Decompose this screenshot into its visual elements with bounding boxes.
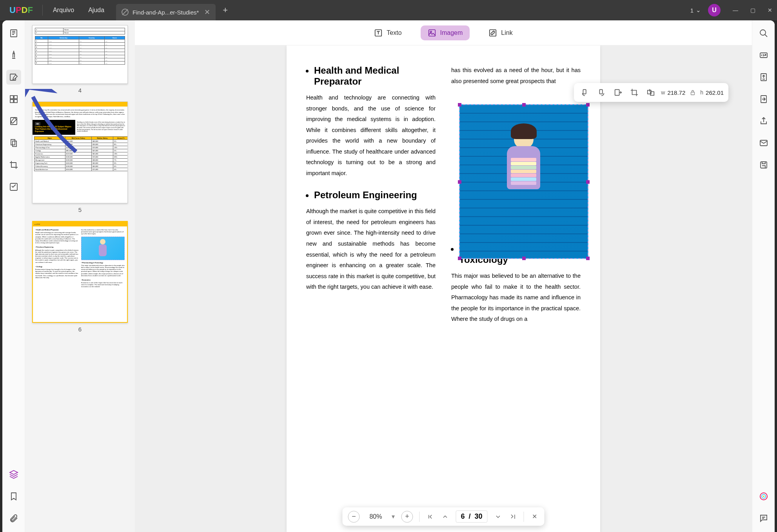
thumbnail-page-4[interactable]: 1Name2Name NoUniversityCountryScore 1___… xyxy=(32,25,128,94)
resize-handle-tm[interactable] xyxy=(522,103,526,107)
save-icon[interactable] xyxy=(756,157,771,172)
first-page-button[interactable] xyxy=(426,512,434,521)
window-count[interactable]: 1 ⌄ xyxy=(690,7,701,14)
page-content: Health and Medical Preparator Health and… xyxy=(287,45,600,532)
next-page-button[interactable] xyxy=(494,512,503,521)
svg-rect-8 xyxy=(13,141,16,147)
left-sidebar xyxy=(2,20,25,532)
tab-close-icon[interactable]: ✕ xyxy=(204,8,210,16)
chevron-down-icon: ⌄ xyxy=(696,7,701,14)
rotate-left-icon[interactable] xyxy=(579,86,591,99)
titlebar: UPDF Arquivo Ajuda Find-and-Ap...er-Stud… xyxy=(0,0,777,20)
svg-rect-2 xyxy=(10,96,13,99)
annotate-icon[interactable] xyxy=(6,48,21,63)
resize-handle-ml[interactable] xyxy=(458,180,461,184)
replace-image-icon[interactable] xyxy=(644,86,657,99)
close-toolbar-icon[interactable]: ✕ xyxy=(530,512,539,521)
layers-icon[interactable] xyxy=(6,467,21,482)
heading-petroleum: Petroleum Engineering xyxy=(314,190,436,201)
close-button[interactable]: ✕ xyxy=(766,6,774,14)
comment-icon[interactable] xyxy=(756,511,771,526)
svg-rect-5 xyxy=(14,100,17,103)
zoom-out-button[interactable]: − xyxy=(348,511,359,523)
tool-link-button[interactable]: Link xyxy=(481,25,519,40)
para-col2-intro: has this evolved as a need of the hour, … xyxy=(451,65,581,87)
thumbnail-page-6[interactable]: ● UPDF • Health and Medical Preparator H… xyxy=(32,221,128,333)
search-icon[interactable] xyxy=(756,26,771,41)
selected-image[interactable] xyxy=(459,104,588,259)
height-field[interactable]: h 262.01 xyxy=(700,89,724,96)
edit-toolbar: Texto Imagem Link xyxy=(135,20,752,45)
resize-handle-tr[interactable] xyxy=(586,103,590,107)
resize-handle-br[interactable] xyxy=(586,257,590,260)
svg-rect-13 xyxy=(490,29,496,36)
resize-handle-bm[interactable] xyxy=(522,257,526,260)
svg-rect-14 xyxy=(583,90,586,94)
aspect-lock-icon[interactable] xyxy=(689,89,696,96)
export-icon[interactable] xyxy=(756,92,771,107)
app-logo: UPDF xyxy=(3,5,39,15)
ocr-icon[interactable] xyxy=(756,48,771,63)
svg-rect-16 xyxy=(615,90,619,96)
zoom-in-button[interactable]: + xyxy=(401,511,413,523)
edit-icon[interactable] xyxy=(6,70,21,85)
prev-page-button[interactable] xyxy=(441,512,449,521)
svg-rect-0 xyxy=(11,30,17,37)
document-viewport[interactable]: Health and Medical Preparator Health and… xyxy=(135,45,752,532)
email-icon[interactable] xyxy=(756,136,771,150)
width-field[interactable]: w 218.72 xyxy=(661,89,685,96)
svg-rect-7 xyxy=(11,139,15,145)
svg-point-12 xyxy=(430,31,432,33)
zoom-page-toolbar: − 80% ▾ + 6 / 30 ✕ xyxy=(342,507,544,526)
image-properties-toolbar: w 218.72 h 262.01 xyxy=(574,83,728,102)
crop-icon[interactable] xyxy=(6,157,21,172)
redact-icon[interactable] xyxy=(6,136,21,150)
resize-handle-tl[interactable] xyxy=(458,103,461,107)
extract-image-icon[interactable] xyxy=(612,86,624,99)
thumbnail-panel[interactable]: 1Name2Name NoUniversityCountryScore 1___… xyxy=(25,20,135,532)
convert-icon[interactable] xyxy=(756,70,771,85)
share-icon[interactable] xyxy=(756,114,771,128)
main-content-area: Texto Imagem Link w 218.72 h xyxy=(135,20,752,532)
para-pharma: This major was believed to be an alterna… xyxy=(451,271,581,325)
document-tab[interactable]: Find-and-Ap...er-Studies* ✕ xyxy=(116,4,216,20)
rotate-right-icon[interactable] xyxy=(595,86,608,99)
tab-add-button[interactable]: + xyxy=(223,5,228,15)
crop-image-icon[interactable] xyxy=(628,86,641,99)
resize-handle-mr[interactable] xyxy=(586,180,590,184)
svg-rect-25 xyxy=(761,162,767,168)
user-avatar[interactable]: U xyxy=(708,4,721,16)
bookmark-icon[interactable] xyxy=(6,489,21,504)
menu-file[interactable]: Arquivo xyxy=(46,7,81,14)
menu-help[interactable]: Ajuda xyxy=(81,7,111,14)
para-health: Health and technology are connecting wit… xyxy=(306,92,436,179)
tab-label: Find-and-Ap...er-Studies* xyxy=(133,9,199,16)
svg-rect-4 xyxy=(10,100,13,103)
page-indicator[interactable]: 6 / 30 xyxy=(456,510,487,523)
minimize-button[interactable]: — xyxy=(732,6,739,14)
heading-health: Health and Medical Preparator xyxy=(314,65,436,87)
thumbnail-page-5[interactable]: The list of the top 10 universities has … xyxy=(32,101,128,213)
resize-handle-bl[interactable] xyxy=(458,257,461,260)
last-page-button[interactable] xyxy=(509,512,517,521)
maximize-button[interactable]: ▢ xyxy=(749,6,757,14)
zoom-dropdown-icon[interactable]: ▾ xyxy=(392,513,395,520)
svg-point-20 xyxy=(760,30,766,35)
attachment-icon[interactable] xyxy=(6,511,21,526)
svg-rect-11 xyxy=(428,29,435,36)
svg-point-28 xyxy=(763,496,764,497)
tools-icon[interactable] xyxy=(6,179,21,194)
svg-rect-19 xyxy=(691,92,695,95)
ai-icon[interactable] xyxy=(756,489,771,504)
tool-image-button[interactable]: Imagem xyxy=(421,25,470,40)
svg-rect-3 xyxy=(14,96,17,99)
tool-text-button[interactable]: Texto xyxy=(367,25,408,40)
divider xyxy=(42,5,43,16)
zoom-level: 80% xyxy=(366,513,385,520)
tab-unsaved-icon xyxy=(122,9,129,16)
organize-pages-icon[interactable] xyxy=(6,92,21,107)
right-sidebar xyxy=(752,20,775,532)
reader-mode-icon[interactable] xyxy=(6,26,21,41)
fill-sign-icon[interactable] xyxy=(6,114,21,128)
svg-rect-15 xyxy=(600,90,603,94)
